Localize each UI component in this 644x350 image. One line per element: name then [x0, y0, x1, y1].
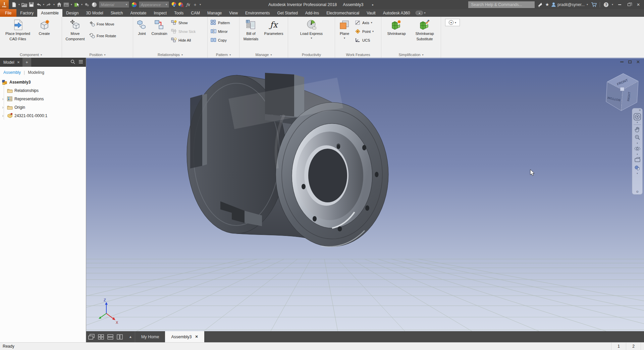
expand-tab-strip-icon[interactable]: ▲ — [126, 335, 135, 339]
redo-dropdown-icon[interactable]: ▾ — [53, 3, 55, 6]
visual-style-dropdown-icon[interactable]: ▾ — [637, 172, 638, 175]
panel-label-work-features[interactable]: Work Features — [335, 52, 381, 58]
ucs-button[interactable]: UCS — [355, 37, 374, 43]
tab-get-started[interactable]: Get Started — [273, 9, 301, 17]
tab-sketch[interactable]: Sketch — [107, 9, 127, 17]
show-sick-button[interactable]: Show Sick — [171, 28, 196, 35]
view-cube[interactable]: FRONT BOTTOM RIGHT — [606, 73, 638, 111]
adjust-appearance-icon[interactable] — [171, 1, 177, 8]
qat-customize-dropdown-icon[interactable]: ▾ — [199, 3, 202, 6]
parameters-button[interactable]: ƒx Parameters — [261, 17, 286, 52]
tab-factory[interactable]: Factory — [16, 9, 37, 17]
tab-3d-model[interactable]: 3D Model — [82, 9, 107, 17]
help-icon[interactable]: ? — [603, 1, 609, 8]
browser-tab-close-icon[interactable]: ✕ — [17, 60, 20, 64]
split-horizontal-icon[interactable] — [107, 334, 113, 340]
joint-button[interactable]: Joint — [134, 17, 150, 52]
restore-button[interactable] — [625, 2, 633, 8]
bill-of-materials-button[interactable]: Bill of Materials — [240, 17, 261, 52]
tab-cam[interactable]: CAM — [187, 9, 204, 17]
appearance-combo[interactable]: Appearance ▾ — [139, 1, 169, 8]
search-input[interactable] — [468, 1, 535, 8]
select-dropdown-icon[interactable]: ▾ — [80, 3, 83, 6]
tab-vault[interactable]: Vault — [363, 9, 379, 17]
user-dropdown-icon[interactable]: ▾ — [586, 3, 589, 6]
orbit-dropdown-icon[interactable]: ▾ — [637, 153, 638, 156]
minimize-button[interactable] — [616, 2, 623, 8]
tab-file[interactable]: File — [0, 9, 16, 17]
plane-button[interactable]: Plane ▾ — [336, 17, 353, 52]
tree-item-part[interactable]: › 24321-001-0000:1 — [0, 111, 86, 120]
new-file-dropdown-icon[interactable]: ▾ — [18, 3, 20, 6]
favorites-star-icon[interactable]: ★ — [545, 2, 549, 7]
mirror-button[interactable]: Mirror — [211, 28, 230, 35]
user-account[interactable]: pradit@syner... ▾ — [551, 2, 589, 7]
tab-manage[interactable]: Manage — [204, 9, 225, 17]
copy-button[interactable]: Copy — [211, 37, 230, 43]
tab-annotate[interactable]: Annotate — [126, 9, 150, 17]
tree-item-representations[interactable]: › Representations — [0, 95, 86, 103]
help-dropdown-icon[interactable]: ▾ — [611, 3, 614, 6]
tab-assemble[interactable]: Assemble — [37, 9, 62, 17]
tree-item-relationships[interactable]: › Relationships — [0, 86, 86, 95]
free-move-button[interactable]: Free Move — [89, 21, 116, 27]
cascade-windows-icon[interactable] — [88, 334, 95, 340]
create-component-button[interactable]: Create — [35, 17, 54, 52]
document-close-button[interactable]: ✕ — [636, 59, 640, 64]
load-express-button[interactable]: Load Express ▾ — [295, 17, 328, 52]
visual-style-icon[interactable] — [633, 164, 641, 172]
zoom-icon[interactable] — [633, 134, 641, 142]
show-relationships-button[interactable]: Show — [171, 19, 196, 26]
capture-dropdown-icon[interactable]: ▾ — [70, 3, 73, 6]
place-imported-cad-button[interactable]: Place Imported CAD Files — [1, 17, 35, 52]
panel-label-pattern[interactable]: Pattern▾ — [208, 52, 239, 58]
constrain-button[interactable]: Constrain — [150, 17, 169, 52]
tab-design[interactable]: Design — [62, 9, 82, 17]
document-expander-icon[interactable]: ▸ — [372, 3, 374, 6]
viewport-3d[interactable]: Z X FRONT BOTTOM RIGHT ✕ ✕ — [86, 58, 644, 342]
select-component-icon[interactable] — [73, 1, 80, 8]
material-ball-icon[interactable] — [91, 1, 97, 8]
undo-icon[interactable] — [35, 1, 42, 8]
panel-label-component[interactable]: Component▾ — [0, 52, 62, 58]
document-restore-button[interactable] — [628, 60, 632, 63]
browser-tab-model[interactable]: Model ✕ — [0, 60, 22, 65]
expander-icon[interactable]: › — [1, 97, 5, 101]
tab-environments[interactable]: Environments — [241, 9, 273, 17]
axis-button[interactable]: Axis ▾ — [355, 19, 374, 26]
navbar-customize-icon[interactable]: ⊖ — [636, 190, 639, 194]
tree-root-assembly[interactable]: Assembly3 — [0, 78, 86, 86]
subtab-assembly[interactable]: Assembly — [3, 70, 21, 75]
tab-view[interactable]: View — [225, 9, 241, 17]
close-button[interactable]: ✕ — [635, 2, 642, 8]
browser-menu-icon[interactable] — [78, 60, 83, 65]
document-minimize-button[interactable] — [620, 61, 624, 62]
hide-all-relationships-button[interactable]: Hide All — [171, 37, 196, 43]
look-at-icon[interactable] — [633, 156, 641, 164]
zoom-dropdown-icon[interactable]: ▾ — [637, 142, 638, 145]
home-icon[interactable] — [56, 1, 62, 8]
tile-windows-icon[interactable] — [98, 334, 104, 340]
add-qat-icon[interactable]: + — [192, 1, 198, 8]
expander-icon[interactable]: › — [1, 113, 5, 118]
pattern-button[interactable]: Pattern — [211, 19, 230, 26]
split-vertical-icon[interactable] — [116, 334, 123, 340]
express-mode-button[interactable]: ▼ ▾ — [445, 19, 460, 26]
subtab-modeling[interactable]: Modeling — [28, 70, 44, 75]
tab-electromechanical[interactable]: Electromechanical — [323, 9, 363, 17]
communication-center-icon[interactable] — [537, 1, 543, 8]
free-rotate-button[interactable]: Free Rotate — [89, 33, 116, 39]
redo-icon[interactable] — [46, 1, 52, 8]
color-wheel-icon[interactable] — [131, 1, 137, 8]
panel-label-relationships[interactable]: Relationships▾ — [133, 52, 207, 58]
tab-tools[interactable]: Tools — [170, 9, 187, 17]
wheel-dropdown-icon[interactable]: ▾ — [637, 121, 638, 124]
ribbon-display-toggle[interactable]: ▲ ▾ — [416, 9, 425, 17]
tab-assembly3-document[interactable]: Assembly3 ✕ — [165, 331, 204, 342]
browser-search-icon[interactable] — [70, 59, 75, 65]
clear-appearance-icon[interactable] — [178, 1, 184, 8]
tab-autodesk-a360[interactable]: Autodesk A360 — [379, 9, 414, 17]
tab-my-home[interactable]: My Home — [135, 331, 165, 342]
orbit-icon[interactable] — [633, 145, 641, 153]
expander-icon[interactable]: › — [1, 105, 5, 110]
